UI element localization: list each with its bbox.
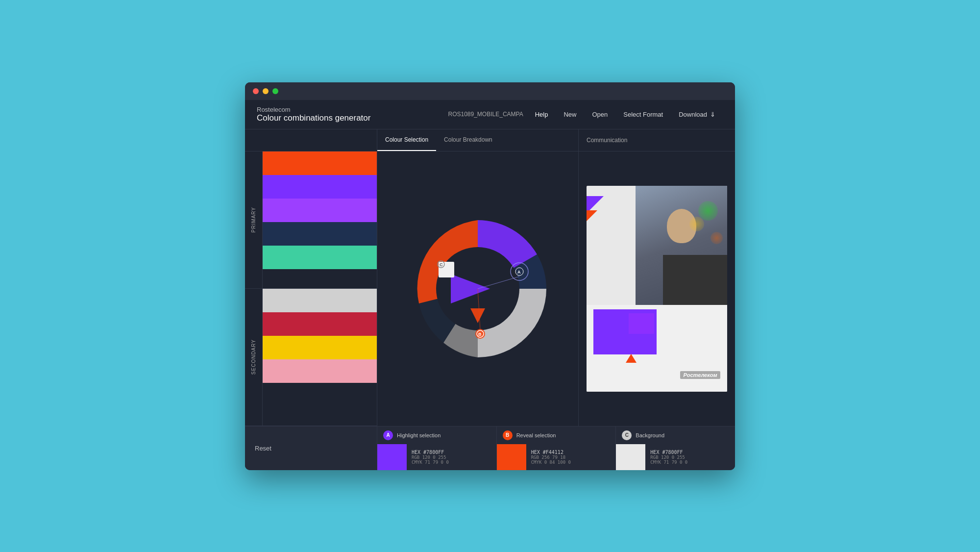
header-left: Rostelecom Colour combinations generator [257, 106, 448, 123]
preview-logo: Ростелеком [680, 371, 720, 379]
chart-area: A B C [377, 151, 578, 426]
app-window: Rostelecom Colour combinations generator… [245, 82, 735, 470]
primary-section: Primary [245, 151, 377, 289]
reveal-label: Reveal selection [516, 432, 556, 438]
bokeh-green [698, 201, 718, 221]
highlight-cmyk: CMYK 71 79 0 0 [412, 460, 449, 465]
reveal-cmyk: CMYK 0 84 100 0 [531, 460, 571, 465]
tab-sidebar-spacer [245, 129, 377, 151]
tabs-container: Colour Selection Colour Breakdown Commun… [245, 129, 735, 151]
header-right: ROS1089_MOBILE_CAMPA Help New Open Selec… [448, 107, 723, 122]
brand-name: Rostelecom [257, 106, 448, 113]
preview-orange-triangle [626, 354, 637, 363]
background-header: C Background [616, 427, 735, 444]
reveal-header: B Reveal selection [497, 427, 616, 444]
highlight-color-block [377, 444, 407, 470]
primary-swatches [263, 151, 377, 288]
tab-colour-breakdown-label: Colour Breakdown [444, 136, 492, 143]
color-sidebar: Primary Secondary [245, 151, 377, 426]
swatch-lightgray[interactable] [263, 289, 377, 312]
secondary-section: Secondary [245, 289, 377, 426]
tab-colour-selection-label: Colour Selection [385, 136, 428, 143]
badge-c: C [622, 430, 632, 440]
communication-tab-label: Communication [587, 137, 627, 144]
background-label: Background [636, 432, 664, 438]
primary-label: Primary [248, 203, 259, 236]
swatch-orange[interactable] [263, 151, 377, 175]
svg-text:A: A [517, 270, 521, 275]
swatch-crimson[interactable] [263, 312, 377, 336]
svg-text:B: B [478, 332, 482, 337]
comm-tab: Communication [578, 129, 735, 151]
comm-preview-card: Ростелеком [587, 186, 727, 392]
secondary-label-wrapper: Secondary [245, 289, 263, 426]
help-button[interactable]: Help [535, 111, 548, 118]
primary-label-wrapper: Primary [245, 151, 263, 288]
app-title: Colour combinations generator [257, 113, 448, 123]
reveal-hex: HEX #F44112 [531, 450, 571, 455]
app-header: Rostelecom Colour combinations generator… [245, 100, 735, 129]
nav-buttons: New Open Select Format Download ⇓ [556, 107, 723, 122]
highlight-selection: A Highlight selection HEX #7800FF RGB 12… [377, 427, 497, 470]
background-body: HEX #7800FF RGB 120 0 255 CMYK 71 79 0 0 [616, 444, 735, 470]
swatch-pink[interactable] [263, 359, 377, 383]
preview-orange-corner [587, 210, 597, 221]
highlight-header: A Highlight selection [377, 427, 496, 444]
reveal-info: HEX #F44112 RGB 256 79 18 CMYK 0 84 100 … [526, 444, 576, 470]
main-content: Primary Secondary [245, 151, 735, 426]
bokeh-orange [710, 232, 723, 244]
highlight-info: HEX #7800FF RGB 120 0 255 CMYK 71 79 0 0 [407, 444, 454, 470]
bottom-selections: A Highlight selection HEX #7800FF RGB 12… [377, 427, 735, 470]
close-dot[interactable] [253, 88, 259, 94]
background-rgb: RGB 120 0 255 [650, 455, 687, 460]
secondary-swatches [263, 289, 377, 426]
new-button[interactable]: New [556, 107, 584, 122]
bokeh-yellow [689, 217, 704, 231]
reveal-selection: B Reveal selection HEX #F44112 RGB 256 7… [497, 427, 616, 470]
highlight-hex: HEX #7800FF [412, 450, 449, 455]
select-format-button[interactable]: Select Format [615, 107, 671, 122]
tab-colour-selection[interactable]: Colour Selection [377, 129, 436, 151]
communication-panel: Ростелеком [578, 151, 735, 426]
preview-purple-small [629, 313, 654, 334]
swatch-yellow[interactable] [263, 336, 377, 359]
bottom-bar: Reset A Highlight selection HEX #7800FF … [245, 426, 735, 470]
badge-a: A [383, 430, 393, 440]
tabs: Colour Selection Colour Breakdown [377, 129, 578, 151]
badge-b: B [503, 430, 513, 440]
tab-colour-breakdown[interactable]: Colour Breakdown [436, 129, 500, 151]
download-button[interactable]: Download ⇓ [671, 107, 723, 122]
bottom-sidebar: Reset [245, 427, 377, 470]
swatch-purple2[interactable] [263, 199, 377, 222]
reveal-body: HEX #F44112 RGB 256 79 18 CMYK 0 84 100 … [497, 444, 616, 470]
titlebar [245, 82, 735, 100]
background-cmyk: CMYK 71 79 0 0 [650, 460, 687, 465]
minimize-dot[interactable] [263, 88, 269, 94]
download-icon: ⇓ [710, 111, 715, 118]
svg-text:C: C [440, 262, 443, 267]
swatch-mint[interactable] [263, 246, 377, 269]
reveal-color-block [497, 444, 526, 470]
comm-preview-wrapper: Ростелеком [579, 151, 735, 426]
background-selection: C Background HEX #7800FF RGB 120 0 255 C… [616, 427, 735, 470]
highlight-label: Highlight selection [397, 432, 441, 438]
reset-button[interactable]: Reset [255, 445, 271, 452]
file-name: ROS1089_MOBILE_CAMPA [448, 111, 523, 118]
donut-svg: A B C [394, 205, 561, 372]
highlight-rgb: RGB 120 0 255 [412, 455, 449, 460]
background-info: HEX #7800FF RGB 120 0 255 CMYK 71 79 0 0 [645, 444, 692, 470]
highlight-body: HEX #7800FF RGB 120 0 255 CMYK 71 79 0 0 [377, 444, 496, 470]
swatch-darkblue[interactable] [263, 222, 377, 246]
donut-chart[interactable]: A B C [394, 205, 561, 372]
background-hex: HEX #7800FF [650, 450, 687, 455]
open-button[interactable]: Open [584, 107, 615, 122]
reveal-rgb: RGB 256 79 18 [531, 455, 571, 460]
secondary-label: Secondary [248, 335, 259, 378]
background-color-block [616, 444, 645, 470]
swatch-purple[interactable] [263, 175, 377, 199]
maximize-dot[interactable] [272, 88, 278, 94]
